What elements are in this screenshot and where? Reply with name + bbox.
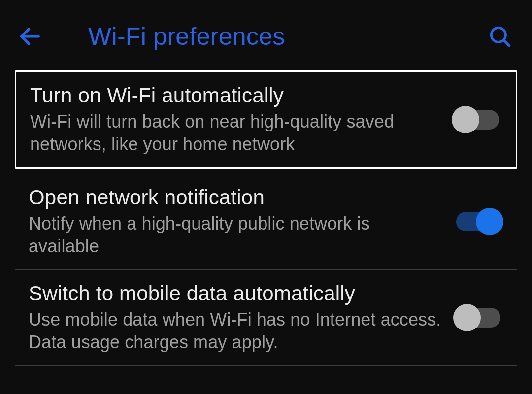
setting-text: Switch to mobile data automatically Use … — [29, 282, 453, 354]
toggle-switch-mobile-data[interactable] — [453, 304, 503, 331]
setting-auto-wifi[interactable]: Turn on Wi-Fi automatically Wi-Fi will t… — [15, 70, 517, 169]
header: Wi-Fi preferences — [0, 0, 532, 70]
search-button[interactable] — [488, 24, 512, 49]
setting-switch-mobile-data[interactable]: Switch to mobile data automatically Use … — [15, 270, 517, 366]
arrow-left-icon — [17, 24, 43, 49]
back-button[interactable] — [17, 24, 43, 49]
setting-title: Turn on Wi-Fi automatically — [30, 84, 442, 107]
toggle-open-network-notification[interactable] — [453, 208, 503, 235]
setting-description: Wi-Fi will turn back on near high-qualit… — [30, 110, 442, 156]
page-title: Wi-Fi preferences — [88, 22, 285, 51]
toggle-thumb — [453, 304, 481, 331]
settings-list: Turn on Wi-Fi automatically Wi-Fi will t… — [0, 70, 532, 366]
setting-description: Notify when a high-quality public networ… — [29, 212, 443, 258]
toggle-thumb — [452, 106, 479, 133]
svg-line-2 — [503, 40, 509, 45]
setting-open-network-notification[interactable]: Open network notification Notify when a … — [15, 174, 517, 270]
setting-text: Open network notification Notify when a … — [29, 186, 453, 258]
toggle-auto-wifi[interactable] — [452, 106, 502, 133]
setting-title: Open network notification — [29, 186, 443, 209]
search-icon — [488, 24, 512, 49]
setting-description: Use mobile data when Wi-Fi has no Intern… — [29, 308, 443, 354]
setting-title: Switch to mobile data automatically — [29, 282, 443, 305]
setting-text: Turn on Wi-Fi automatically Wi-Fi will t… — [30, 84, 452, 156]
toggle-thumb — [476, 208, 503, 235]
